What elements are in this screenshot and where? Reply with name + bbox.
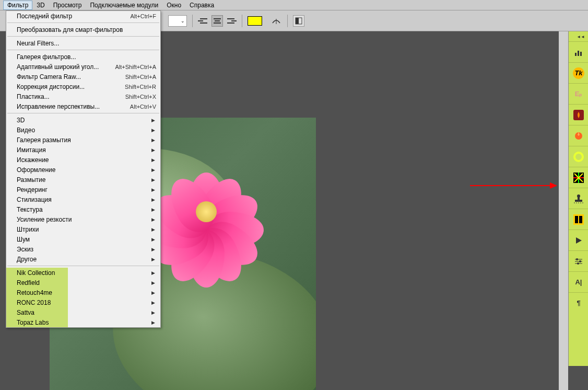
menu-item[interactable]: Размытие bbox=[6, 175, 160, 185]
menu-item[interactable]: Усиление резкости bbox=[6, 214, 160, 224]
menu-separator bbox=[7, 22, 159, 23]
menu-item[interactable]: Галерея размытия bbox=[6, 135, 160, 145]
align-right-button[interactable] bbox=[225, 15, 237, 27]
menu-item[interactable]: Галерея фильтров... bbox=[6, 52, 160, 62]
vertical-scrollbar[interactable] bbox=[559, 31, 568, 390]
splash-plugin-icon[interactable] bbox=[569, 125, 588, 146]
menu-item[interactable]: Текстура bbox=[6, 204, 160, 214]
menubar-item-3d[interactable]: 3D bbox=[32, 1, 49, 10]
menu-item[interactable]: Стилизация bbox=[6, 194, 160, 204]
svg-point-16 bbox=[577, 194, 580, 198]
menu-item[interactable]: Коррекция дисторсии...Shift+Ctrl+R bbox=[6, 82, 160, 91]
menu-item-label: Последний фильтр bbox=[17, 13, 72, 20]
menu-item[interactable]: Имитация bbox=[6, 145, 160, 155]
menu-item-shortcut: Shift+Ctrl+X bbox=[125, 94, 156, 100]
menu-separator bbox=[7, 50, 159, 50]
menu-item[interactable]: Оформление bbox=[6, 165, 160, 175]
svg-rect-14 bbox=[575, 200, 582, 202]
menu-item[interactable]: 3D bbox=[6, 115, 160, 125]
menu-item-label: Рендеринг bbox=[17, 186, 48, 193]
menu-item-label: Эскиз bbox=[17, 246, 33, 253]
ep-plugin-icon[interactable]: Eₚ bbox=[569, 83, 588, 104]
character-icon[interactable]: A| bbox=[569, 271, 588, 292]
svg-point-22 bbox=[576, 258, 578, 260]
svg-point-8 bbox=[574, 153, 583, 161]
paragraph-icon[interactable]: ¶ bbox=[569, 292, 588, 313]
menu-item[interactable]: Шум bbox=[6, 234, 160, 244]
menu-item-label: Nik Collection bbox=[17, 269, 55, 277]
align-left-button[interactable] bbox=[198, 15, 209, 27]
svg-rect-5 bbox=[580, 52, 582, 56]
menu-item[interactable]: Последний фильтрAlt+Ctrl+F bbox=[6, 11, 160, 21]
menubar-item-просмотр[interactable]: Просмотр bbox=[49, 1, 86, 10]
menu-item-label: Усиление резкости bbox=[17, 216, 72, 223]
stamp-icon[interactable] bbox=[569, 188, 588, 209]
annotation-arrow-panel bbox=[470, 185, 556, 186]
menu-item[interactable]: Эскиз bbox=[6, 244, 160, 254]
menu-item-label: Topaz Labs bbox=[17, 319, 49, 326]
menu-item-label: Видео bbox=[17, 127, 35, 134]
menu-item[interactable]: Topaz Labs bbox=[6, 317, 160, 327]
play-icon[interactable] bbox=[569, 230, 588, 250]
menu-item-shortcut: Alt+Shift+Ctrl+A bbox=[115, 64, 156, 70]
menu-item[interactable]: Видео bbox=[6, 125, 160, 135]
menubar: Фильтр3DПросмотрПодключаемые модулиОкноС… bbox=[0, 0, 588, 10]
starburst-plugin-icon[interactable] bbox=[569, 167, 588, 188]
menu-item[interactable]: Retouch4me bbox=[6, 288, 160, 297]
menu-item[interactable]: Пластика...Shift+Ctrl+X bbox=[6, 91, 160, 101]
histogram-icon[interactable] bbox=[569, 41, 588, 62]
menu-item-label: RONC 2018 bbox=[17, 299, 51, 306]
expand-panels-icon[interactable]: ◄◄ bbox=[577, 35, 585, 39]
menu-item-label: Другое bbox=[17, 256, 37, 263]
menu-item[interactable]: Другое bbox=[6, 254, 160, 264]
menu-item-label: Пластика... bbox=[17, 93, 50, 100]
menu-item-label: Retouch4me bbox=[17, 289, 52, 296]
flame-plugin-icon[interactable] bbox=[569, 104, 588, 125]
menu-item[interactable]: Искажение bbox=[6, 155, 160, 165]
menu-item[interactable]: Nik Collection bbox=[6, 268, 160, 278]
menu-item-label: Штрихи bbox=[17, 226, 39, 233]
menu-item-label: Имитация bbox=[17, 146, 46, 154]
menu-item[interactable]: Рендеринг bbox=[6, 185, 160, 194]
menu-item[interactable]: Redfield bbox=[6, 278, 160, 288]
menu-item[interactable]: Neural Filters... bbox=[6, 38, 160, 48]
menu-item[interactable]: Исправление перспективы...Alt+Ctrl+V bbox=[6, 101, 160, 111]
menu-item-shortcut: Shift+Ctrl+A bbox=[125, 74, 156, 80]
font-dropdown[interactable]: ⌄ bbox=[168, 15, 187, 27]
menu-item[interactable]: Адаптивный широкий угол...Alt+Shift+Ctrl… bbox=[6, 62, 160, 72]
menu-separator bbox=[7, 266, 159, 266]
align-center-button[interactable] bbox=[211, 15, 223, 27]
panels-toggle-button[interactable] bbox=[293, 15, 304, 27]
separator bbox=[192, 15, 193, 27]
tk-plugin-icon[interactable]: Tk bbox=[569, 62, 588, 83]
menu-item-shortcut: Alt+Ctrl+F bbox=[130, 13, 156, 19]
menu-item-label: Размытие bbox=[17, 176, 45, 183]
svg-rect-20 bbox=[579, 216, 582, 223]
menu-item[interactable]: Штрихи bbox=[6, 224, 160, 234]
menu-item[interactable]: Преобразовать для смарт-фильтров bbox=[6, 25, 160, 35]
menu-item-label: Redfield bbox=[17, 279, 40, 286]
menu-item-label: Преобразовать для смарт-фильтров bbox=[17, 26, 123, 33]
image-content bbox=[144, 139, 269, 264]
menu-item[interactable]: Фильтр Camera Raw...Shift+Ctrl+A bbox=[6, 72, 160, 82]
menu-item-label: Sattva bbox=[17, 309, 34, 316]
svg-rect-4 bbox=[578, 51, 579, 56]
menu-item-label: 3D bbox=[17, 117, 25, 124]
menubar-item-фильтр[interactable]: Фильтр bbox=[3, 1, 32, 10]
filter-dropdown-menu: Последний фильтрAlt+Ctrl+FПреобразовать … bbox=[6, 10, 161, 328]
collapsed-panels-dock: ◄◄ TkEₚA|¶ bbox=[568, 31, 588, 366]
warp-text-button[interactable] bbox=[271, 15, 282, 27]
menu-item[interactable]: Sattva bbox=[6, 307, 160, 317]
menu-separator bbox=[7, 113, 159, 113]
menubar-item-окно[interactable]: Окно bbox=[162, 1, 185, 10]
adjustments-icon[interactable] bbox=[569, 250, 588, 271]
circle-plugin-icon[interactable] bbox=[569, 146, 588, 167]
text-color-swatch[interactable] bbox=[248, 16, 262, 26]
menubar-item-подключаемые модули[interactable]: Подключаемые модули bbox=[86, 1, 162, 10]
menu-item-label: Адаптивный широкий угол... bbox=[17, 63, 99, 71]
ruler-plugin-icon[interactable] bbox=[569, 209, 588, 230]
svg-rect-19 bbox=[575, 216, 578, 223]
menubar-item-справка[interactable]: Справка bbox=[185, 1, 218, 10]
menu-item-label: Исправление перспективы... bbox=[17, 103, 100, 110]
menu-item[interactable]: RONC 2018 bbox=[6, 297, 160, 307]
